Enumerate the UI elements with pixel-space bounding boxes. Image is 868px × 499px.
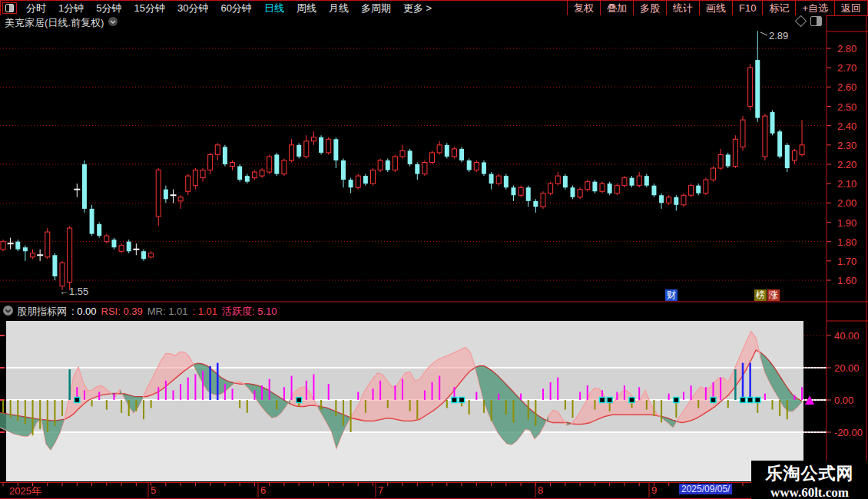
menu-item-30分钟[interactable]: 30分钟 [171, 2, 214, 15]
svg-text:1.90: 1.90 [837, 217, 856, 229]
menu-item-周线[interactable]: 周线 [290, 2, 323, 15]
top-menu-bar: 分时1分钟5分钟15分钟30分钟60分钟日线周线月线多周期更多 > 复权叠加多股… [0, 0, 868, 16]
menu-item-15分钟[interactable]: 15分钟 [128, 2, 171, 15]
chart-badge-榜[interactable]: 榜 [754, 289, 767, 301]
menu-item-多周期[interactable]: 多周期 [355, 2, 397, 15]
tools-menu: 复权叠加多股统计画线F10标记+自选返回 [567, 1, 867, 15]
indicator-activity-value: 活跃度: 5.10 [222, 305, 277, 319]
menu-item-月线[interactable]: 月线 [323, 2, 355, 15]
svg-text:2.70: 2.70 [837, 62, 856, 74]
watermark-url: www.60lt.com [751, 485, 868, 499]
svg-text:2.60: 2.60 [837, 81, 856, 93]
watermark: 乐淘公式网 www.60lt.com [751, 461, 868, 499]
tool-button-复权[interactable]: 复权 [567, 1, 600, 15]
svg-text:2.20: 2.20 [837, 159, 856, 170]
indicator-value: : 0.00 [71, 306, 97, 317]
time-axis: 2025年 567892025/09/05/ [0, 482, 868, 499]
price-axis: 2.802.702.602.502.402.302.202.102.001.90… [827, 43, 856, 286]
svg-text:2.40: 2.40 [837, 121, 856, 132]
watermark-site-name: 乐淘公式网 [751, 462, 868, 485]
title-row-icons [797, 16, 822, 26]
menu-item-分时[interactable]: 分时 [20, 2, 52, 15]
menu-item-1分钟[interactable]: 1分钟 [52, 2, 90, 15]
month-label: 8 [538, 484, 543, 496]
diamond-icon[interactable] [795, 15, 807, 28]
charts-canvas[interactable]: 40.0020.000.00-20.002.802.702.602.502.40… [0, 0, 868, 499]
chart-badge-涨[interactable]: 涨 [767, 289, 780, 301]
tool-button-标记[interactable]: 标记 [762, 1, 795, 15]
tool-button-返回[interactable]: 返回 [834, 1, 867, 15]
indicator-axis: 40.0020.000.00-20.00 [804, 330, 863, 438]
indicator-mr-value: MR: 1.01 [147, 306, 188, 317]
tool-button-叠加[interactable]: 叠加 [600, 1, 633, 15]
timeframe-menu: 分时1分钟5分钟15分钟30分钟60分钟日线周线月线多周期更多 > [1, 2, 567, 15]
split-view-icon [5, 4, 14, 12]
year-label: 2025年 [9, 484, 41, 498]
svg-text:←1.55: ←1.55 [59, 286, 88, 297]
svg-text:1.70: 1.70 [837, 256, 856, 267]
tool-button-多股[interactable]: 多股 [633, 1, 666, 15]
month-label: 9 [651, 484, 657, 496]
stock-title: 美克家居(日线.前复权) [5, 16, 104, 30]
menu-item-更多 >[interactable]: 更多 > [397, 2, 438, 15]
layout-toggle-button[interactable] [2, 2, 17, 14]
selected-date-badge: 2025/09/05/ [679, 484, 732, 494]
svg-text:2.00: 2.00 [837, 197, 856, 209]
indicator-rsi-value: RSI: 0.39 [101, 306, 143, 317]
indicator-name[interactable]: 股朋指标网 [17, 305, 67, 319]
tool-button-画线[interactable]: 画线 [699, 1, 732, 15]
svg-text:1.60: 1.60 [837, 275, 856, 286]
svg-text:2.30: 2.30 [837, 140, 856, 151]
svg-text:2.80: 2.80 [837, 43, 856, 55]
chart-title-row: 美克家居(日线.前复权) [0, 15, 826, 30]
month-label: 6 [260, 484, 266, 496]
svg-text:2.10: 2.10 [837, 178, 856, 190]
chart-badge-财[interactable]: 财 [665, 289, 678, 301]
tool-button-+自选[interactable]: +自选 [795, 1, 834, 15]
svg-text:2.50: 2.50 [837, 101, 856, 113]
month-label: 5 [151, 484, 156, 496]
tool-button-F10[interactable]: F10 [732, 1, 762, 15]
menu-item-日线[interactable]: 日线 [258, 2, 290, 15]
svg-text:-20.00: -20.00 [834, 427, 863, 438]
svg-text:40.00: 40.00 [834, 330, 860, 342]
candles-layer[interactable] [1, 31, 804, 289]
indicator-header: 股朋指标网 : 0.00 RSI: 0.39 MR: 1.01 : 1.01 活… [0, 302, 826, 320]
indicator-mr2-value: : 1.01 [192, 306, 217, 317]
collapse-indicator-icon[interactable] [2, 305, 14, 319]
month-label: 7 [378, 484, 383, 496]
menu-item-60分钟[interactable]: 60分钟 [214, 2, 257, 15]
svg-text:1.80: 1.80 [837, 236, 856, 248]
tool-button-统计[interactable]: 统计 [666, 1, 699, 15]
app-window: 40.0020.000.00-20.002.802.702.602.502.40… [0, 0, 868, 499]
svg-text:2.89: 2.89 [769, 30, 788, 41]
panel-split-icon[interactable] [810, 16, 822, 26]
chevron-down-icon[interactable] [108, 16, 118, 29]
menu-item-5分钟[interactable]: 5分钟 [90, 2, 128, 15]
svg-text:20.00: 20.00 [834, 362, 860, 374]
svg-text:0.00: 0.00 [834, 395, 853, 406]
